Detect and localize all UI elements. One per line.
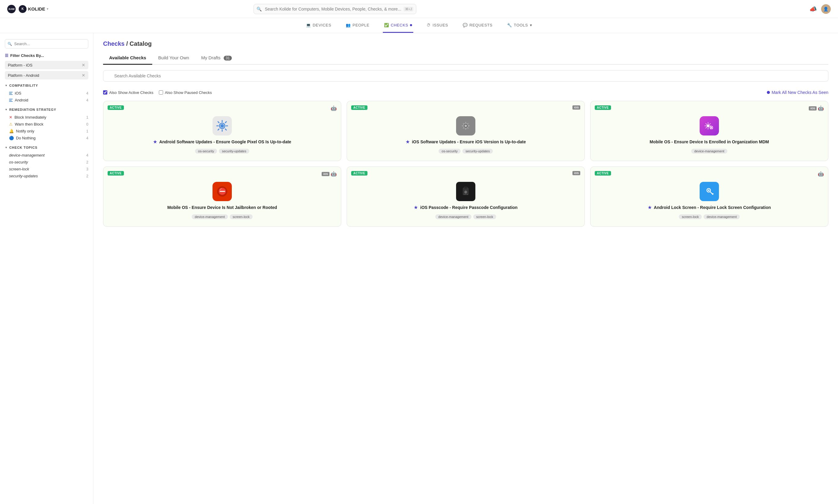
card-tags: device-management screen-lock — [435, 214, 496, 219]
checks-search-input[interactable] — [103, 70, 828, 82]
sidebar-item-block[interactable]: ✕ Block Immediately 1 — [5, 114, 88, 121]
show-paused-input[interactable] — [159, 90, 163, 94]
tag-security-updates[interactable]: security-updates — [462, 149, 493, 154]
filter-tag-ios[interactable]: Platform - iOS ✕ — [5, 61, 88, 69]
card-tags: device-management screen-lock — [192, 214, 253, 219]
card-title: Mobile OS - Ensure Device Is Not Jailbro… — [167, 205, 277, 211]
sidebar-item-ios[interactable]: iOS 4 — [5, 90, 88, 97]
content-tabs: Available Checks Build Your Own My Draft… — [103, 53, 828, 65]
card-title: ★ iOS Software Updates - Ensure iOS Vers… — [406, 139, 526, 145]
brand: XAM K KOLIDE ▾ — [7, 5, 48, 13]
sidebar-item-security-updates[interactable]: security-updates 2 — [5, 173, 88, 179]
svg-rect-19 — [712, 193, 714, 194]
checks-dot — [410, 24, 412, 26]
tab-available-checks[interactable]: Available Checks — [103, 53, 152, 65]
platform-icons: iOS — [572, 171, 580, 175]
sidebar-item-os-security[interactable]: os-security 2 — [5, 159, 88, 166]
ios-platform-icon: iOS — [322, 172, 329, 176]
card-tags: os-security security-updates — [195, 149, 249, 154]
show-paused-checkbox[interactable]: Also Show Paused Checks — [159, 90, 212, 95]
card-tags: screen-lock device-management — [679, 214, 740, 219]
platform-icons: iOS 🤖 — [809, 105, 824, 111]
top-nav: XAM K KOLIDE ▾ 🔍 ⌘+J 📣 👤 — [0, 0, 838, 18]
card-ios-software-updates[interactable]: ACTIVE iOS ★ iOS Software Updates - En — [347, 101, 585, 161]
sidebar-item-notify[interactable]: 🔔 Notify only 1 — [5, 128, 88, 134]
mark-all-seen-button[interactable]: Mark All New Checks As Seen — [767, 90, 828, 95]
show-active-input[interactable] — [103, 90, 107, 94]
card-ios-passcode[interactable]: ACTIVE iOS — [347, 166, 585, 227]
requests-icon: 💬 — [463, 23, 468, 28]
card-icon — [212, 116, 232, 136]
breadcrumb-current: Catalog — [130, 40, 152, 47]
tab-my-drafts[interactable]: My Drafts 31 — [195, 53, 238, 65]
nav-people[interactable]: 👥 PEOPLE — [344, 18, 371, 33]
block-icon: ✕ — [9, 115, 12, 120]
remove-ios-filter[interactable]: ✕ — [82, 62, 85, 68]
svg-point-4 — [464, 125, 467, 127]
card-icon: ⛔ — [212, 182, 232, 201]
svg-point-0 — [220, 124, 224, 128]
filter-by-button[interactable]: ☰ Filter Checks By... — [5, 53, 88, 58]
breadcrumb-checks-link[interactable]: Checks — [103, 40, 124, 47]
nav-checks[interactable]: ✅ CHECKS — [383, 18, 414, 33]
active-badge: ACTIVE — [108, 171, 124, 176]
sidebar-search-icon: 🔍 — [7, 42, 12, 46]
tag-os-security[interactable]: os-security — [195, 149, 217, 154]
remove-android-filter[interactable]: ✕ — [82, 73, 85, 78]
nav-devices[interactable]: 💻 DEVICES — [305, 18, 332, 33]
chevron-down-icon: ▼ — [5, 146, 8, 149]
chevron-down-icon: ▼ — [5, 108, 8, 111]
breadcrumb: Checks / Catalog — [103, 40, 828, 47]
platform-icons: iOS — [572, 105, 580, 110]
donothing-icon: 🔵 — [9, 136, 14, 140]
tag-device-management[interactable]: device-management — [192, 214, 228, 219]
main-content: Checks / Catalog Available Checks Build … — [93, 33, 838, 504]
nav-tools[interactable]: 🔧 TOOLS ▾ — [506, 18, 533, 33]
sidebar-item-screen-lock[interactable]: screen-lock 3 — [5, 166, 88, 173]
search-icon: 🔍 — [257, 7, 262, 12]
tag-device-management[interactable]: device-management — [691, 149, 728, 154]
filter-tag-android[interactable]: Platform - Android ✕ — [5, 71, 88, 79]
tag-security-updates[interactable]: security-updates — [219, 149, 249, 154]
kolide-icon: K — [19, 5, 27, 13]
megaphone-icon[interactable]: 📣 — [809, 5, 817, 13]
section-topics[interactable]: ▼ CHECK TOPICS — [5, 146, 88, 149]
android-platform-icon: 🤖 — [818, 105, 824, 111]
svg-rect-14 — [464, 194, 464, 195]
tag-screen-lock[interactable]: screen-lock — [679, 214, 702, 219]
checks-search-wrap: 🔍 — [103, 70, 828, 86]
sidebar: 🔍 ☰ Filter Checks By... Platform - iOS ✕… — [0, 33, 93, 504]
sidebar-item-device-management[interactable]: device-management 4 — [5, 152, 88, 159]
tag-device-management[interactable]: device-management — [435, 214, 472, 219]
nav-requests[interactable]: 💬 REQUESTS — [462, 18, 494, 33]
sidebar-item-android[interactable]: Android 4 — [5, 97, 88, 104]
star-icon: ★ — [414, 205, 418, 210]
card-jailbreak[interactable]: ACTIVE iOS 🤖 ⛔ Mobile OS - Ensure Device… — [103, 166, 341, 227]
card-android-lock-screen[interactable]: ACTIVE 🤖 ★ Android Lock Screen - Requ — [590, 166, 828, 227]
show-active-checkbox[interactable]: Also Show Active Checks — [103, 90, 153, 95]
sidebar-item-warn[interactable]: ⚠ Warn then Block 0 — [5, 121, 88, 128]
avatar[interactable]: 👤 — [821, 4, 831, 14]
card-icon — [456, 182, 475, 201]
section-remediation[interactable]: ▼ REMEDIATION STRATEGY — [5, 108, 88, 111]
chevron-down-icon: ▾ — [47, 7, 48, 11]
card-mobile-os-mdm[interactable]: ACTIVE iOS 🤖 Mobile OS - Ensure Device I… — [590, 101, 828, 161]
tab-build-your-own[interactable]: Build Your Own — [152, 53, 195, 65]
sidebar-item-donothing[interactable]: 🔵 Do Nothing 4 — [5, 134, 88, 142]
card-android-software-updates[interactable]: ACTIVE 🤖 ★ Android Software Updates - En… — [103, 101, 341, 161]
tools-icon: 🔧 — [507, 23, 512, 28]
section-compatibility[interactable]: ▼ COMPATIBILITY — [5, 84, 88, 87]
svg-rect-17 — [703, 185, 715, 198]
nav-issues[interactable]: ⏱ ISSUES — [425, 18, 449, 33]
tag-device-management[interactable]: device-management — [704, 214, 740, 219]
ios-platform-icon: iOS — [809, 106, 817, 110]
tag-screen-lock[interactable]: screen-lock — [230, 214, 253, 219]
card-title: Mobile OS - Ensure Device Is Enrolled in… — [650, 139, 769, 145]
card-tags: os-security security-updates — [439, 149, 493, 154]
sidebar-search-input[interactable] — [5, 39, 88, 49]
tag-os-security[interactable]: os-security — [439, 149, 461, 154]
active-badge: ACTIVE — [351, 171, 367, 176]
global-search-input[interactable] — [254, 4, 416, 14]
tag-screen-lock[interactable]: screen-lock — [473, 214, 496, 219]
kolide-logo[interactable]: K KOLIDE ▾ — [19, 5, 48, 13]
